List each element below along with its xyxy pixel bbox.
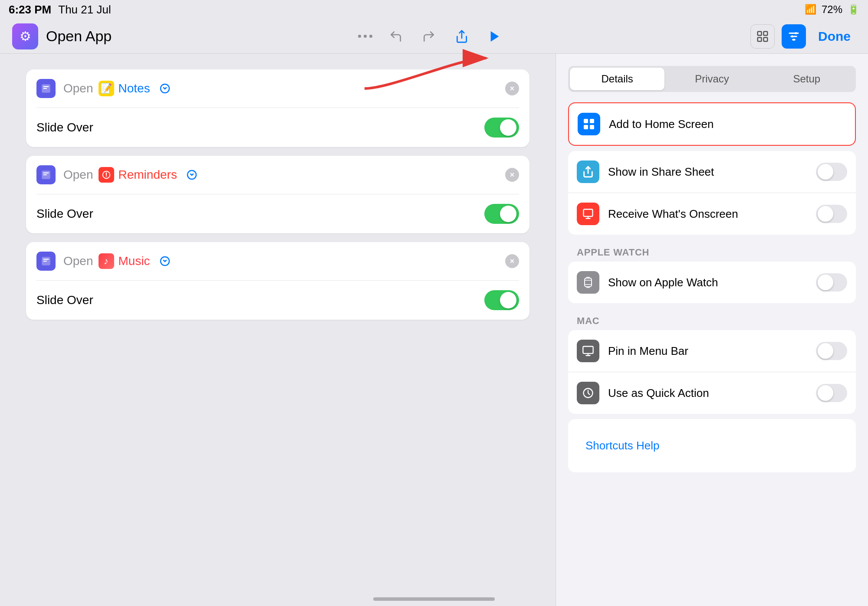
share-button[interactable] xyxy=(452,27,471,46)
music-action-row: Open ♪ Music × xyxy=(26,242,529,280)
receive-whats-onscreen-label: Receive What's Onscreen xyxy=(608,207,816,221)
app-container: ⚙ Open App xyxy=(0,19,868,606)
open-app-icon-reminders xyxy=(36,165,56,184)
svg-rect-3 xyxy=(764,31,768,35)
svg-rect-33 xyxy=(583,347,593,354)
play-button[interactable] xyxy=(485,27,504,46)
open-app-icon-music xyxy=(36,252,56,271)
receive-whats-onscreen-toggle[interactable] xyxy=(816,205,847,223)
svg-rect-2 xyxy=(758,31,762,35)
open-label-reminders: Open xyxy=(63,168,93,182)
notes-remove-button[interactable]: × xyxy=(505,82,519,95)
receive-whats-onscreen-row: Receive What's Onscreen xyxy=(568,193,856,235)
shortcuts-help-row[interactable]: Shortcuts Help xyxy=(568,419,856,472)
content-area: Open 📝 Notes × Slide Over xyxy=(0,54,868,606)
music-chevron-button[interactable] xyxy=(157,253,173,269)
pin-in-menu-bar-toggle[interactable] xyxy=(816,342,847,360)
mac-section-header: MAC xyxy=(568,308,856,330)
open-label-notes: Open xyxy=(63,82,93,95)
toolbar: ⚙ Open App xyxy=(0,19,868,54)
right-panel: Details Privacy Setup xyxy=(556,54,868,606)
shortcuts-help-section: Shortcuts Help xyxy=(568,419,856,472)
app-title: Open App xyxy=(46,28,112,45)
svg-marker-1 xyxy=(490,31,499,42)
status-time: 6:23 PM xyxy=(9,3,51,16)
apple-watch-section-header: APPLE WATCH xyxy=(568,240,856,262)
reminders-toggle-row: Slide Over xyxy=(26,194,529,233)
music-toggle-row: Slide Over xyxy=(26,281,529,320)
status-bar: 6:23 PM Thu 21 Jul 📶 72% 🔋 xyxy=(0,0,868,19)
show-on-apple-watch-toggle[interactable] xyxy=(816,273,847,292)
svg-rect-5 xyxy=(764,37,768,41)
battery-percentage: 72% xyxy=(822,3,842,16)
battery-icon: 🔋 xyxy=(848,4,859,15)
apple-watch-section: Show on Apple Watch xyxy=(568,262,856,303)
music-app-icon: ♪ xyxy=(99,253,114,269)
svg-point-18 xyxy=(105,175,107,177)
add-shortcut-button[interactable] xyxy=(750,24,775,49)
undo-button[interactable] xyxy=(386,27,405,46)
reminders-chevron-button[interactable] xyxy=(184,167,200,183)
svg-point-11 xyxy=(791,35,793,37)
add-to-home-screen-row[interactable]: Add to Home Screen xyxy=(569,103,855,145)
music-remove-button[interactable]: × xyxy=(505,254,519,268)
app-icon: ⚙ xyxy=(12,23,38,49)
tab-setup[interactable]: Setup xyxy=(760,68,854,90)
use-as-quick-action-label: Use as Quick Action xyxy=(608,387,816,400)
show-in-share-sheet-icon xyxy=(577,161,599,183)
music-app-badge: ♪ Music xyxy=(99,253,150,269)
use-as-quick-action-icon xyxy=(577,382,599,404)
tab-privacy[interactable]: Privacy xyxy=(664,68,759,90)
svg-rect-24 xyxy=(584,125,588,129)
mac-section: Pin in Menu Bar Use as Quick Action xyxy=(568,330,856,414)
svg-point-12 xyxy=(793,39,795,41)
use-as-quick-action-toggle[interactable] xyxy=(816,384,847,402)
svg-rect-25 xyxy=(590,125,594,129)
notes-app-icon: 📝 xyxy=(99,81,114,96)
music-app-name: Music xyxy=(118,254,150,268)
reminders-app-icon xyxy=(99,167,114,183)
shortcuts-help-link[interactable]: Shortcuts Help xyxy=(577,429,668,463)
reminders-toggle-label: Slide Over xyxy=(36,207,93,221)
svg-rect-23 xyxy=(590,119,594,123)
svg-point-10 xyxy=(795,32,797,34)
open-app-icon-notes xyxy=(36,79,56,98)
tab-details[interactable]: Details xyxy=(570,68,664,90)
notes-action-card: Open 📝 Notes × Slide Over xyxy=(26,69,529,147)
music-slide-over-toggle[interactable] xyxy=(484,290,519,310)
notes-action-row: Open 📝 Notes × xyxy=(26,69,529,108)
done-button[interactable]: Done xyxy=(813,26,856,47)
redo-button[interactable] xyxy=(419,27,438,46)
reminders-remove-button[interactable]: × xyxy=(505,168,519,182)
notes-toggle-row: Slide Over xyxy=(26,108,529,147)
svg-rect-22 xyxy=(584,119,588,123)
notes-chevron-button[interactable] xyxy=(157,81,173,96)
show-on-apple-watch-row: Show on Apple Watch xyxy=(568,262,856,303)
show-in-share-sheet-toggle[interactable] xyxy=(816,163,847,181)
notes-app-name: Notes xyxy=(118,82,150,95)
add-to-home-screen-icon xyxy=(578,113,600,135)
pin-in-menu-bar-row: Pin in Menu Bar xyxy=(568,330,856,372)
toolbar-left: ⚙ Open App xyxy=(12,23,112,49)
home-indicator xyxy=(373,597,495,601)
show-on-apple-watch-icon xyxy=(577,271,599,294)
reminders-action-row: Open Reminders × xyxy=(26,156,529,194)
music-action-card: Open ♪ Music × Slide Over xyxy=(26,242,529,320)
toolbar-right: Done xyxy=(750,24,856,49)
more-options-icon[interactable] xyxy=(358,35,372,38)
reminders-app-name: Reminders xyxy=(118,168,177,182)
show-on-apple-watch-label: Show on Apple Watch xyxy=(608,276,816,289)
receive-whats-onscreen-icon xyxy=(577,203,599,225)
wifi-icon: 📶 xyxy=(805,4,816,15)
app-icon-symbol: ⚙ xyxy=(20,29,31,44)
reminders-slide-over-toggle[interactable] xyxy=(484,204,519,224)
music-toggle-label: Slide Over xyxy=(36,293,93,307)
filter-button[interactable] xyxy=(782,24,806,49)
notes-slide-over-toggle[interactable] xyxy=(484,118,519,138)
share-onscreen-section: Show in Share Sheet Receive What's Onscr… xyxy=(568,151,856,235)
left-panel: Open 📝 Notes × Slide Over xyxy=(0,54,556,606)
notes-toggle-label: Slide Over xyxy=(36,121,93,134)
reminders-action-card: Open Reminders × Slide Over xyxy=(26,156,529,233)
pin-in-menu-bar-label: Pin in Menu Bar xyxy=(608,344,816,358)
open-label-music: Open xyxy=(63,254,93,268)
